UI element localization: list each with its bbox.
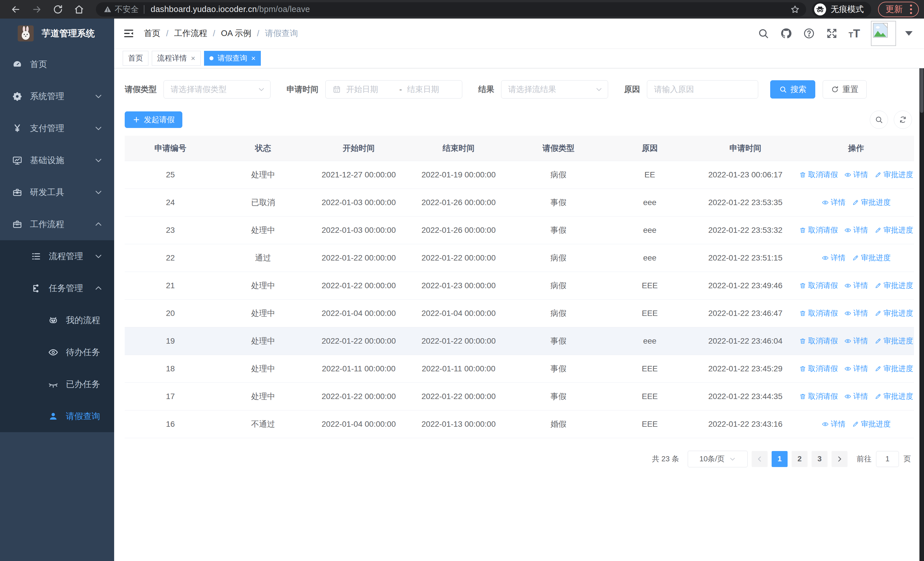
sidebar-item-6[interactable]: 流程管理 <box>0 240 114 272</box>
approval-progress-link[interactable]: 审批进度 <box>852 197 891 208</box>
approval-progress-link[interactable]: 审批进度 <box>874 364 913 374</box>
approval-progress-link[interactable]: 审批进度 <box>852 419 891 429</box>
update-label[interactable]: 更新 <box>885 3 903 15</box>
detail-link[interactable]: 详情 <box>844 281 868 290</box>
date-end-placeholder[interactable]: 结束日期 <box>407 84 455 95</box>
tab-close-icon[interactable]: × <box>251 54 255 62</box>
leave-type-select[interactable]: 请选择请假类型 <box>164 80 270 99</box>
cell-end: 2022-01-13 00:00:00 <box>407 410 510 438</box>
detail-eye-icon <box>822 254 829 262</box>
cell-id: 23 <box>125 216 216 244</box>
security-label[interactable]: 不安全 <box>115 4 139 15</box>
breadcrumb-item-2[interactable]: OA 示例 <box>221 28 251 39</box>
avatar-caret-icon[interactable] <box>905 31 913 36</box>
reason-input[interactable] <box>654 85 758 94</box>
detail-link[interactable]: 详情 <box>844 170 868 180</box>
reset-button[interactable]: 重置 <box>823 80 867 99</box>
update-button[interactable]: 更新 <box>878 2 919 17</box>
home-icon[interactable] <box>74 4 84 15</box>
tab-1[interactable]: 流程详情× <box>152 51 201 66</box>
cell-applied: 2022-01-22 23:53:35 <box>693 188 798 216</box>
url-text[interactable]: dashboard.yudao.iocoder.cn/bpm/oa/leave <box>151 5 310 14</box>
sidebar-item-10[interactable]: 已办任务 <box>0 368 114 400</box>
pen-icon <box>874 227 882 234</box>
chevron-down-icon <box>258 86 265 93</box>
back-icon[interactable] <box>10 4 21 15</box>
goto-page-input[interactable] <box>876 451 899 467</box>
tab-close-icon[interactable]: × <box>191 54 195 62</box>
page-button-3[interactable]: 3 <box>812 451 828 467</box>
github-icon[interactable] <box>780 27 792 39</box>
approval-progress-link[interactable]: 审批进度 <box>874 281 913 290</box>
approval-progress-link[interactable]: 审批进度 <box>874 308 913 318</box>
reload-icon[interactable] <box>52 4 63 15</box>
bookmark-star-icon[interactable] <box>790 5 800 14</box>
cancel-leave-link[interactable]: 取消请假 <box>799 281 838 290</box>
tab-label: 首页 <box>128 53 143 63</box>
page-button-2[interactable]: 2 <box>792 451 808 467</box>
apply-time-range[interactable]: 开始日期 - 结束日期 <box>325 80 462 99</box>
cell-actions: 取消请假详情审批进度 <box>798 355 914 382</box>
cancel-leave-link[interactable]: 取消请假 <box>799 391 838 401</box>
sidebar-item-4[interactable]: 研发工具 <box>0 176 114 208</box>
approval-progress-link[interactable]: 审批进度 <box>874 336 913 346</box>
sidebar-item-5[interactable]: 工作流程 <box>0 208 114 240</box>
forward-icon[interactable] <box>32 4 42 15</box>
table-refresh-button[interactable] <box>894 111 912 129</box>
cancel-leave-link[interactable]: 取消请假 <box>799 225 838 235</box>
breadcrumb: 首页/工作流程/OA 示例/请假查询 <box>144 28 298 39</box>
search-button[interactable]: 搜索 <box>770 80 815 99</box>
sidebar-item-2[interactable]: 支付管理 <box>0 112 114 144</box>
breadcrumb-item-1[interactable]: 工作流程 <box>174 28 207 39</box>
approval-progress-link[interactable]: 审批进度 <box>852 253 891 263</box>
tab-0[interactable]: 首页 <box>123 51 148 66</box>
detail-link[interactable]: 详情 <box>844 336 868 346</box>
reason-label: 原因 <box>624 84 640 95</box>
cancel-leave-link[interactable]: 取消请假 <box>799 170 838 180</box>
address-bar[interactable]: 不安全 dashboard.yudao.iocoder.cn/bpm/oa/le… <box>96 2 806 17</box>
detail-link[interactable]: 详情 <box>822 253 846 263</box>
date-start-placeholder[interactable]: 开始日期 <box>346 84 394 95</box>
detail-link[interactable]: 详情 <box>822 197 846 208</box>
font-size-icon[interactable]: TT <box>849 27 860 40</box>
incognito-icon <box>814 3 826 15</box>
avatar[interactable] <box>871 21 896 46</box>
detail-link[interactable]: 详情 <box>844 391 868 401</box>
page-size-select[interactable]: 10条/页 <box>688 451 748 467</box>
result-select[interactable]: 请选择流结果 <box>501 80 608 99</box>
cancel-leave-link[interactable]: 取消请假 <box>799 364 838 374</box>
app-logo[interactable]: 芋道管理系统 <box>0 18 114 48</box>
fullscreen-icon[interactable] <box>826 27 838 39</box>
detail-link[interactable]: 详情 <box>844 225 868 235</box>
table-search-button[interactable] <box>870 111 888 129</box>
sidebar-item-1[interactable]: 系统管理 <box>0 80 114 112</box>
tags-view: 首页流程详情×请假查询× <box>114 48 924 68</box>
sidebar-toggle-icon[interactable] <box>123 27 135 39</box>
approval-progress-link[interactable]: 审批进度 <box>874 170 913 180</box>
sidebar-item-7[interactable]: 任务管理 <box>0 272 114 304</box>
sidebar-item-11[interactable]: 请假查询 <box>0 400 114 432</box>
detail-link[interactable]: 详情 <box>844 364 868 374</box>
detail-link[interactable]: 详情 <box>844 308 868 318</box>
create-leave-button[interactable]: 发起请假 <box>125 111 182 128</box>
approval-progress-link[interactable]: 审批进度 <box>874 391 913 401</box>
browser-scrollbar[interactable] <box>920 18 924 561</box>
approval-progress-link[interactable]: 审批进度 <box>874 225 913 235</box>
cancel-leave-link[interactable]: 取消请假 <box>799 308 838 318</box>
next-page-button[interactable] <box>831 451 848 467</box>
logo-image <box>18 26 34 41</box>
prev-page-button[interactable] <box>752 451 768 467</box>
sidebar-item-8[interactable]: 我的流程 <box>0 304 114 336</box>
sidebar-item-3[interactable]: 基础设施 <box>0 144 114 176</box>
sidebar-item-9[interactable]: 待办任务 <box>0 336 114 368</box>
breadcrumb-item-0[interactable]: 首页 <box>144 28 160 39</box>
help-icon[interactable] <box>803 27 815 39</box>
cancel-leave-link[interactable]: 取消请假 <box>799 336 838 346</box>
detail-link[interactable]: 详情 <box>822 419 846 429</box>
sidebar-item-0[interactable]: 首页 <box>0 48 114 80</box>
search-icon[interactable] <box>758 27 770 39</box>
browser-menu-icon[interactable] <box>908 5 914 14</box>
tab-2[interactable]: 请假查询× <box>204 51 261 66</box>
table-row-19: 19处理中2022-01-22 00:00:002022-01-22 00:00… <box>125 327 914 355</box>
page-button-1[interactable]: 1 <box>772 451 788 467</box>
